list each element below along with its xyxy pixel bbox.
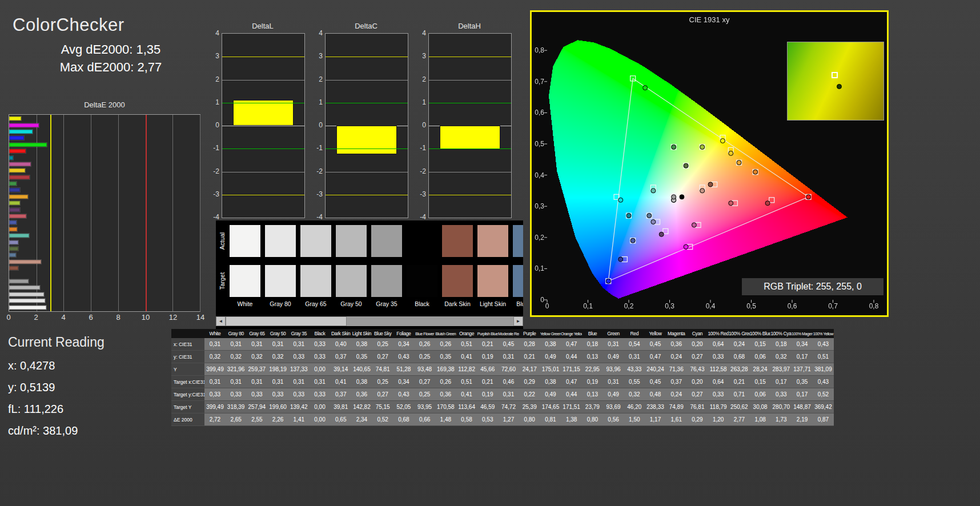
table-column-header: 100% Yellow [813, 329, 834, 338]
measurement-table: WhiteGray 80Gray 65Gray 50Gray 35BlackDa… [171, 329, 834, 426]
chart-deltah: DeltaH43210-1-2-3-4 [416, 22, 514, 223]
table-column-header: 100% Magenta [792, 329, 813, 338]
table-column-header: Orange [456, 329, 477, 338]
table-cell: 0,13 [582, 388, 603, 401]
table-cell: 0,25 [372, 338, 393, 351]
table-cell: 45,66 [477, 363, 498, 376]
table-cell: 0,45 [645, 376, 666, 388]
current-reading-block: Current Reading x: 0,4278 y: 0,5139 fL: … [8, 335, 105, 446]
deltae-bar-100-magenta [9, 123, 200, 127]
table-cell: 22,95 [582, 363, 603, 376]
table-cell: 0,58 [456, 413, 477, 426]
table-cell: 52,05 [393, 401, 415, 413]
table-cell: 0,24 [666, 388, 687, 401]
deltae-bar-red [9, 175, 200, 179]
table-cell: 0,64 [708, 338, 729, 351]
table-cell: 39,14 [330, 363, 351, 376]
zoom-inset [787, 42, 884, 121]
table-cell: 283,97 [770, 363, 792, 376]
swatch-name: Black [407, 300, 437, 307]
table-column-header: Blue [582, 329, 603, 338]
scrollbar-track[interactable] [226, 316, 513, 326]
table-cell: 0,31 [288, 338, 310, 351]
table-cell: 0,38 [351, 338, 372, 351]
table-cell: 0,33 [204, 388, 226, 401]
inset-measured-marker [837, 84, 842, 89]
deltae2000-chart-title: DeltaE 2000 [9, 101, 200, 109]
table-column-header: 100% Cyan [770, 329, 792, 338]
scroll-left-button[interactable]: ◄ [216, 316, 226, 326]
current-reading-fl: fL: 111,226 [8, 403, 105, 416]
table-cell: 0,81 [540, 413, 561, 426]
table-cell: 0,37 [666, 376, 687, 388]
swatch-scrollbar[interactable]: ◄ ► [216, 316, 523, 326]
swatch-name: Gray 50 [336, 300, 367, 307]
table-cell: 0,31 [624, 351, 645, 363]
scroll-right-button[interactable]: ► [513, 316, 523, 326]
deltae-bar-blue [9, 188, 200, 192]
table-row-label: Target Y [171, 401, 204, 413]
table-cell: 399,49 [204, 363, 226, 376]
table-cell: 0,21 [519, 351, 540, 363]
deltae-bar-100-yellow [9, 117, 200, 121]
colorchecker-screen: ColorChecker Avg dE2000: 1,35 Max dE2000… [0, 0, 980, 506]
table-cell: 0,49 [540, 351, 561, 363]
table-cell: 174,65 [540, 401, 561, 413]
table-cell: 0,24 [666, 351, 687, 363]
table-cell: 0,49 [540, 388, 561, 401]
table-cell: 0,52 [372, 413, 393, 426]
table-cell: 0,29 [519, 376, 540, 388]
table-cell: 0,68 [729, 351, 750, 363]
table-cell: 112,58 [708, 363, 729, 376]
table-cell: 0,26 [435, 338, 456, 351]
deltae2000-chart: DeltaE 2000 02468101214 [6, 101, 203, 329]
table-cell: 0,31 [204, 376, 226, 388]
table-cell: 0,26 [435, 376, 456, 388]
table-column-header: 100% Red [708, 329, 729, 338]
table-cell: 93,69 [603, 401, 624, 413]
table-cell: 0,27 [372, 388, 393, 401]
table-cell: 0,46 [498, 376, 519, 388]
table-cell: 175,01 [540, 363, 561, 376]
table-cell: 0,33 [288, 351, 310, 363]
table-cell: 0,37 [330, 388, 351, 401]
scrollbar-thumb[interactable] [226, 316, 347, 326]
table-cell: 0,35 [435, 351, 456, 363]
table-cell: 0,32 [624, 388, 645, 401]
table-cell: 369,42 [813, 401, 834, 413]
swatch-compare-panel: Actual Target WhiteGray 80Gray 65Gray 50… [216, 220, 523, 330]
table-cell: 0,18 [582, 338, 603, 351]
table-row: Target y:CIE310,330,330,330,330,330,330,… [171, 388, 834, 401]
deltae-bar-100-blue [9, 136, 200, 140]
table-cell: 148,87 [792, 401, 813, 413]
table-cell: 0,21 [477, 376, 498, 388]
table-cell: 0,33 [247, 388, 268, 401]
table-column-header: Light Skin [351, 329, 372, 338]
table-cell: 0,66 [414, 413, 435, 426]
current-reading-title: Current Reading [8, 335, 105, 350]
table-cell: 0,47 [561, 376, 582, 388]
table-cell: 0,22 [519, 388, 540, 401]
swatch-name: White [230, 300, 260, 307]
table-cell: 1,61 [666, 413, 687, 426]
table-column-header: Gray 65 [247, 329, 268, 338]
swatch-actual [477, 225, 508, 257]
swatch-target [513, 265, 523, 297]
swatch-name: Gray 80 [265, 300, 296, 307]
table-cell: 0,35 [792, 376, 813, 388]
table-row-label: ΔE 2000 [171, 413, 204, 426]
table-cell: 2,55 [247, 413, 268, 426]
page-title: ColorChecker [8, 15, 214, 35]
deltae-bar-orange [9, 227, 200, 231]
swatch-actual [407, 225, 437, 257]
deltae-bar-black [9, 273, 200, 277]
current-reading-y: y: 0,5139 [8, 381, 105, 394]
table-cell: 2,34 [351, 413, 372, 426]
table-cell: 0,54 [624, 338, 645, 351]
table-row-label: Target y:CIE31 [171, 388, 204, 401]
table-row-label: Y [171, 363, 204, 376]
table-cell: 0,19 [582, 376, 603, 388]
table-row: Target Y399,49318,39257,94199,60139,420,… [171, 401, 834, 413]
table-cell: 1,17 [645, 413, 666, 426]
table-cell: 0,43 [813, 338, 834, 351]
